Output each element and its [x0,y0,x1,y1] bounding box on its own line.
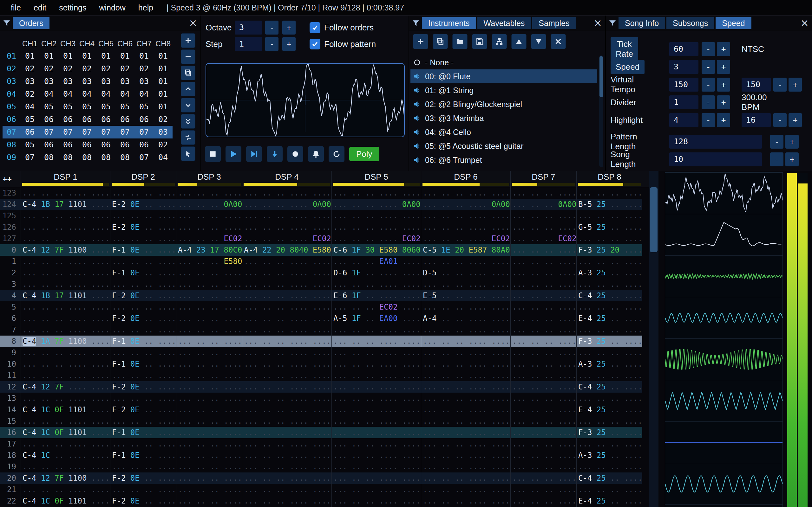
pattern-cell[interactable]: E-4 25 .. .... [576,313,642,324]
tab-subsongs[interactable]: Subsongs [666,17,714,29]
pattern-cell[interactable]: ... .. .. .... [110,210,176,222]
pattern-cell[interactable]: ... .. .. .... [576,210,642,222]
pattern-cell[interactable]: ... .. .. 0A00 [510,199,576,210]
highlight-first-increase-button[interactable]: + [717,113,730,127]
pattern-cell[interactable]: C-4 25 .. .... [576,472,642,484]
order-cell[interactable]: 02 [39,62,58,75]
pattern-cell[interactable]: ... .. .. .... .... [242,370,332,381]
pattern-cell[interactable]: ... .. .. .... .... [421,438,510,450]
order-cell[interactable]: 05 [78,101,96,113]
pattern-cell[interactable]: ... .. .. .... .... [242,484,332,495]
pattern-cell[interactable]: ... .. .. .... .... [242,495,332,507]
pattern-cell[interactable]: ... .. .. .... [510,347,576,358]
follow-orders-checkbox[interactable] [310,22,320,33]
move-order-down-button[interactable] [181,98,195,112]
pattern-cell[interactable]: ... .. .. .... .... [421,279,510,290]
pattern-cell[interactable]: ... .. .. .... .... [332,358,421,370]
pattern-cell[interactable]: ... .. .. .... .... [20,301,110,313]
pattern-cell[interactable]: ... .. .. .... [110,438,176,450]
pattern-cell[interactable]: F-1 0E .. .... [110,358,176,370]
pattern-cell[interactable]: ... .. .. .... [176,347,242,358]
pattern-cell[interactable]: ... .. .. .... 0A00 [242,199,332,210]
pattern-cell[interactable]: ... .. .. .... .... [332,336,421,347]
order-cell[interactable]: 03 [78,75,96,88]
pattern-cell[interactable]: ... .. .. .... [176,187,242,199]
pattern-cell[interactable]: ... .. .. .... .... [332,370,421,381]
pattern-cell[interactable]: A-3 25 .. .... [576,267,642,279]
octave-decrease-button[interactable]: - [265,20,278,35]
pattern-cell[interactable]: ... .. .. .... .... [20,267,110,279]
pattern-cell[interactable]: ... .. .. .... .... [20,210,110,222]
pattern-cell[interactable]: F-1 0E .. .... [110,267,176,279]
pattern-cell[interactable]: ... .. .. .... [510,267,576,279]
pattern-cell[interactable]: ... .. .. .... [176,324,242,336]
pattern-cell[interactable]: ... .. .. .... .... [20,461,110,472]
divider-input[interactable]: 1 [669,95,699,109]
instrument-item[interactable]: 06: @6 Trumpet [410,153,597,167]
order-cell[interactable]: 07 [96,126,115,138]
song-length-increase-button[interactable]: + [785,153,799,166]
order-cell[interactable]: 03 [154,126,172,138]
orders-filter-icon[interactable] [3,19,11,27]
pattern-cell[interactable]: ... .. .. .... [576,438,642,450]
pattern-cell[interactable]: ... .. .. .... [176,290,242,301]
pattern-cell[interactable]: ... .. .. .... .... [20,415,110,427]
order-cell[interactable]: 06 [135,113,154,126]
pattern-cell[interactable]: ... .. .. .... [510,484,576,495]
pattern-cell[interactable]: F-2 0E .. .... [110,495,176,507]
step-one-row-button[interactable] [267,146,283,162]
step-input[interactable]: 1 [235,37,262,51]
order-cell[interactable]: 01 [39,50,58,62]
pattern-cell[interactable]: ... .. .. .... .... [20,313,110,324]
order-cell[interactable]: 05 [115,101,135,113]
pattern-cell[interactable]: ... .. .. .... [110,279,176,290]
order-cell[interactable]: 07 [39,126,58,138]
pattern-cell[interactable]: ... .. .. .... .... [242,313,332,324]
menu-window[interactable]: window [94,1,131,14]
order-cell[interactable]: 02 [20,62,39,75]
pattern-cell[interactable]: ... .. .. .... [110,324,176,336]
pattern-cell[interactable]: ... .. .. .... .... [242,415,332,427]
channel-header[interactable]: DSP 4 [242,171,332,187]
pattern-cell[interactable]: ... .. .. .... [176,393,242,404]
pattern-cell[interactable]: ... .. .. .... .... [421,347,510,358]
pattern-cell[interactable]: C-4 1C 0F 1101 .... [20,495,110,507]
pattern-cell[interactable]: ... .. .. .... .... [242,324,332,336]
song-close-button[interactable]: × [800,17,809,29]
pattern-cell[interactable]: ... .. .. .... .... [20,256,110,267]
pattern-cell[interactable]: ... .. .. .... [510,210,576,222]
order-cell[interactable]: 04 [96,88,115,101]
pattern-cell[interactable]: ... .. .. .... .... [421,472,510,484]
order-cell[interactable]: 05 [135,101,154,113]
pattern-cell[interactable]: ... .. .. .... .... [421,461,510,472]
pattern-cell[interactable]: ... .. .. .... .... [421,415,510,427]
order-row-number[interactable]: 03 [3,75,20,88]
pattern-cell[interactable]: ... .. .. .... .... [421,324,510,336]
pattern-cell[interactable]: ... .. .. .... [576,415,642,427]
pattern-cell[interactable]: ... .. .. .... .... [20,187,110,199]
order-cell[interactable]: 02 [96,62,115,75]
pattern-cell[interactable]: ... .. .. .... .... [242,358,332,370]
order-cell[interactable]: 06 [58,113,78,126]
pattern-cell[interactable]: E-6 1F .. .... .... [332,290,421,301]
order-cell[interactable]: 01 [154,101,172,113]
open-instrument-button[interactable] [452,34,467,49]
virtual-tempo-numerator-input[interactable]: 150 [669,78,699,92]
order-cell[interactable]: 01 [154,88,172,101]
order-cell[interactable]: 03 [135,75,154,88]
order-cell[interactable]: 03 [39,75,58,88]
order-edit-mode-button[interactable] [181,147,195,161]
order-cell[interactable]: 04 [135,88,154,101]
pattern-cell[interactable]: ... .. .. .... .... [421,370,510,381]
order-cell[interactable]: 03 [115,75,135,88]
pattern-cell[interactable]: ... .. .. .... [510,256,576,267]
order-cell[interactable]: 08 [58,151,78,164]
pattern-cell[interactable]: ... .. .. .... [510,450,576,461]
pattern-cell[interactable]: ... .. .. .... 0A00 [332,199,421,210]
order-cell[interactable]: 06 [39,138,58,151]
pattern-cell[interactable]: C-4 12 7F 1100 .... [20,244,110,256]
pattern-cell[interactable]: ... .. .. .... [176,450,242,461]
pattern-cell[interactable]: A-3 25 .. .... [576,358,642,370]
pattern-cell[interactable]: ... .. .. .... .... [332,347,421,358]
pattern-cell[interactable]: ... .. .. .... [510,187,576,199]
